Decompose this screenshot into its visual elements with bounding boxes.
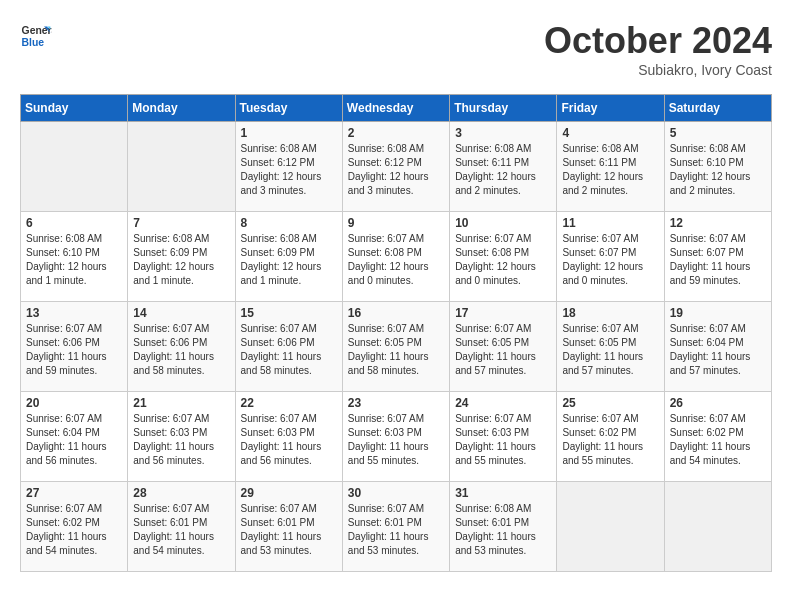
day-header: Wednesday [342,95,449,122]
day-number: 30 [348,486,444,500]
day-info: Sunrise: 6:07 AM Sunset: 6:03 PM Dayligh… [133,412,229,468]
calendar-cell: 15Sunrise: 6:07 AM Sunset: 6:06 PM Dayli… [235,302,342,392]
day-number: 27 [26,486,122,500]
day-number: 20 [26,396,122,410]
day-info: Sunrise: 6:07 AM Sunset: 6:06 PM Dayligh… [133,322,229,378]
calendar-cell: 26Sunrise: 6:07 AM Sunset: 6:02 PM Dayli… [664,392,771,482]
day-info: Sunrise: 6:07 AM Sunset: 6:02 PM Dayligh… [26,502,122,558]
day-info: Sunrise: 6:07 AM Sunset: 6:03 PM Dayligh… [455,412,551,468]
day-info: Sunrise: 6:07 AM Sunset: 6:05 PM Dayligh… [455,322,551,378]
day-info: Sunrise: 6:07 AM Sunset: 6:08 PM Dayligh… [455,232,551,288]
calendar-cell: 16Sunrise: 6:07 AM Sunset: 6:05 PM Dayli… [342,302,449,392]
day-number: 2 [348,126,444,140]
calendar-cell: 6Sunrise: 6:08 AM Sunset: 6:10 PM Daylig… [21,212,128,302]
day-header: Tuesday [235,95,342,122]
calendar-cell: 23Sunrise: 6:07 AM Sunset: 6:03 PM Dayli… [342,392,449,482]
calendar-week-row: 6Sunrise: 6:08 AM Sunset: 6:10 PM Daylig… [21,212,772,302]
day-info: Sunrise: 6:07 AM Sunset: 6:01 PM Dayligh… [241,502,337,558]
calendar-cell: 12Sunrise: 6:07 AM Sunset: 6:07 PM Dayli… [664,212,771,302]
logo: General Blue [20,20,52,52]
day-number: 31 [455,486,551,500]
calendar-header-row: SundayMondayTuesdayWednesdayThursdayFrid… [21,95,772,122]
calendar-cell: 28Sunrise: 6:07 AM Sunset: 6:01 PM Dayli… [128,482,235,572]
calendar-week-row: 27Sunrise: 6:07 AM Sunset: 6:02 PM Dayli… [21,482,772,572]
day-number: 1 [241,126,337,140]
day-info: Sunrise: 6:07 AM Sunset: 6:03 PM Dayligh… [241,412,337,468]
location-subtitle: Subiakro, Ivory Coast [544,62,772,78]
day-info: Sunrise: 6:07 AM Sunset: 6:04 PM Dayligh… [26,412,122,468]
day-number: 19 [670,306,766,320]
calendar-cell: 4Sunrise: 6:08 AM Sunset: 6:11 PM Daylig… [557,122,664,212]
day-info: Sunrise: 6:07 AM Sunset: 6:05 PM Dayligh… [348,322,444,378]
day-info: Sunrise: 6:07 AM Sunset: 6:04 PM Dayligh… [670,322,766,378]
calendar-cell: 18Sunrise: 6:07 AM Sunset: 6:05 PM Dayli… [557,302,664,392]
calendar-cell [21,122,128,212]
day-info: Sunrise: 6:08 AM Sunset: 6:10 PM Dayligh… [670,142,766,198]
calendar-cell: 5Sunrise: 6:08 AM Sunset: 6:10 PM Daylig… [664,122,771,212]
day-number: 14 [133,306,229,320]
calendar-cell: 7Sunrise: 6:08 AM Sunset: 6:09 PM Daylig… [128,212,235,302]
day-info: Sunrise: 6:07 AM Sunset: 6:05 PM Dayligh… [562,322,658,378]
day-number: 28 [133,486,229,500]
day-info: Sunrise: 6:08 AM Sunset: 6:09 PM Dayligh… [241,232,337,288]
day-header: Monday [128,95,235,122]
calendar-cell [128,122,235,212]
day-number: 5 [670,126,766,140]
day-header: Friday [557,95,664,122]
day-header: Thursday [450,95,557,122]
day-header: Saturday [664,95,771,122]
day-info: Sunrise: 6:08 AM Sunset: 6:11 PM Dayligh… [455,142,551,198]
calendar-cell: 30Sunrise: 6:07 AM Sunset: 6:01 PM Dayli… [342,482,449,572]
day-info: Sunrise: 6:07 AM Sunset: 6:08 PM Dayligh… [348,232,444,288]
calendar-cell: 31Sunrise: 6:08 AM Sunset: 6:01 PM Dayli… [450,482,557,572]
day-info: Sunrise: 6:07 AM Sunset: 6:02 PM Dayligh… [670,412,766,468]
calendar-cell: 21Sunrise: 6:07 AM Sunset: 6:03 PM Dayli… [128,392,235,482]
day-number: 13 [26,306,122,320]
calendar-cell [557,482,664,572]
day-number: 17 [455,306,551,320]
day-info: Sunrise: 6:07 AM Sunset: 6:06 PM Dayligh… [241,322,337,378]
day-number: 24 [455,396,551,410]
calendar-cell: 22Sunrise: 6:07 AM Sunset: 6:03 PM Dayli… [235,392,342,482]
calendar-cell: 24Sunrise: 6:07 AM Sunset: 6:03 PM Dayli… [450,392,557,482]
calendar-cell: 1Sunrise: 6:08 AM Sunset: 6:12 PM Daylig… [235,122,342,212]
day-number: 26 [670,396,766,410]
day-info: Sunrise: 6:08 AM Sunset: 6:01 PM Dayligh… [455,502,551,558]
day-number: 29 [241,486,337,500]
day-number: 12 [670,216,766,230]
calendar-cell: 9Sunrise: 6:07 AM Sunset: 6:08 PM Daylig… [342,212,449,302]
day-info: Sunrise: 6:07 AM Sunset: 6:06 PM Dayligh… [26,322,122,378]
day-header: Sunday [21,95,128,122]
day-info: Sunrise: 6:07 AM Sunset: 6:02 PM Dayligh… [562,412,658,468]
day-info: Sunrise: 6:07 AM Sunset: 6:07 PM Dayligh… [562,232,658,288]
svg-text:Blue: Blue [22,37,45,48]
calendar-cell: 8Sunrise: 6:08 AM Sunset: 6:09 PM Daylig… [235,212,342,302]
calendar-cell: 13Sunrise: 6:07 AM Sunset: 6:06 PM Dayli… [21,302,128,392]
day-info: Sunrise: 6:07 AM Sunset: 6:07 PM Dayligh… [670,232,766,288]
day-number: 18 [562,306,658,320]
calendar-cell: 2Sunrise: 6:08 AM Sunset: 6:12 PM Daylig… [342,122,449,212]
title-block: October 2024 Subiakro, Ivory Coast [544,20,772,78]
day-number: 4 [562,126,658,140]
calendar-cell [664,482,771,572]
calendar-cell: 25Sunrise: 6:07 AM Sunset: 6:02 PM Dayli… [557,392,664,482]
calendar-cell: 3Sunrise: 6:08 AM Sunset: 6:11 PM Daylig… [450,122,557,212]
day-info: Sunrise: 6:08 AM Sunset: 6:09 PM Dayligh… [133,232,229,288]
calendar-table: SundayMondayTuesdayWednesdayThursdayFrid… [20,94,772,572]
calendar-cell: 10Sunrise: 6:07 AM Sunset: 6:08 PM Dayli… [450,212,557,302]
day-number: 16 [348,306,444,320]
month-title: October 2024 [544,20,772,62]
day-number: 9 [348,216,444,230]
day-number: 8 [241,216,337,230]
calendar-cell: 19Sunrise: 6:07 AM Sunset: 6:04 PM Dayli… [664,302,771,392]
day-info: Sunrise: 6:07 AM Sunset: 6:01 PM Dayligh… [348,502,444,558]
day-info: Sunrise: 6:08 AM Sunset: 6:11 PM Dayligh… [562,142,658,198]
day-number: 25 [562,396,658,410]
calendar-cell: 17Sunrise: 6:07 AM Sunset: 6:05 PM Dayli… [450,302,557,392]
day-info: Sunrise: 6:07 AM Sunset: 6:01 PM Dayligh… [133,502,229,558]
day-number: 23 [348,396,444,410]
calendar-cell: 27Sunrise: 6:07 AM Sunset: 6:02 PM Dayli… [21,482,128,572]
day-number: 21 [133,396,229,410]
calendar-week-row: 1Sunrise: 6:08 AM Sunset: 6:12 PM Daylig… [21,122,772,212]
calendar-cell: 29Sunrise: 6:07 AM Sunset: 6:01 PM Dayli… [235,482,342,572]
